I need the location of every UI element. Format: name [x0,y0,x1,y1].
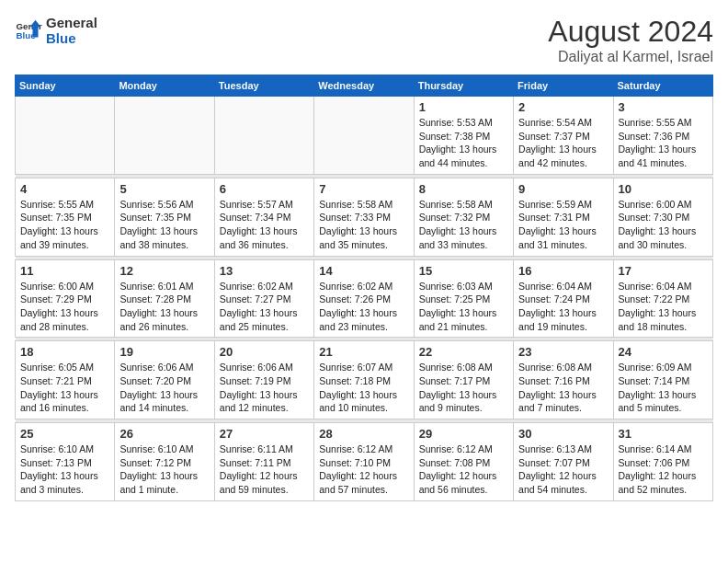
cell-content: Sunrise: 6:08 AM Sunset: 7:17 PM Dayligh… [419,361,508,415]
page-header: General Blue General Blue August 2024 Da… [15,15,713,65]
day-number: 27 [220,427,309,441]
calendar-week-3: 11Sunrise: 6:00 AM Sunset: 7:29 PM Dayli… [16,259,713,338]
day-number: 5 [119,182,209,196]
calendar-cell: 13Sunrise: 6:02 AM Sunset: 7:27 PM Dayli… [214,259,313,338]
day-header-monday: Monday [115,75,214,97]
calendar-cell: 2Sunrise: 5:54 AM Sunset: 7:37 PM Daylig… [514,97,613,175]
title-block: August 2024 Daliyat al Karmel, Israel [548,15,713,65]
cell-content: Sunrise: 6:00 AM Sunset: 7:29 PM Dayligh… [20,280,109,334]
day-number: 12 [119,264,209,278]
cell-content: Sunrise: 6:11 AM Sunset: 7:11 PM Dayligh… [220,442,309,497]
calendar-cell: 30Sunrise: 6:13 AM Sunset: 7:07 PM Dayli… [514,423,613,501]
calendar-cell: 16Sunrise: 6:04 AM Sunset: 7:24 PM Dayli… [514,259,613,338]
calendar-cell: 7Sunrise: 5:58 AM Sunset: 7:33 PM Daylig… [314,178,414,256]
cell-content: Sunrise: 6:05 AM Sunset: 7:21 PM Dayligh… [20,361,109,415]
month-year: August 2024 [548,15,713,49]
calendar-cell: 26Sunrise: 6:10 AM Sunset: 7:12 PM Dayli… [115,423,214,501]
calendar-cell: 14Sunrise: 6:02 AM Sunset: 7:26 PM Dayli… [314,259,414,338]
day-number: 28 [319,427,408,441]
day-number: 6 [220,182,309,196]
calendar-week-5: 25Sunrise: 6:10 AM Sunset: 7:13 PM Dayli… [16,423,713,501]
cell-content: Sunrise: 6:06 AM Sunset: 7:20 PM Dayligh… [119,361,209,415]
day-number: 19 [119,345,209,359]
calendar-cell [214,97,313,175]
day-header-wednesday: Wednesday [314,75,414,97]
calendar-cell: 28Sunrise: 6:12 AM Sunset: 7:10 PM Dayli… [314,423,414,501]
calendar-cell: 3Sunrise: 5:55 AM Sunset: 7:36 PM Daylig… [613,97,712,175]
cell-content: Sunrise: 6:14 AM Sunset: 7:06 PM Dayligh… [619,442,708,497]
calendar-header-row: SundayMondayTuesdayWednesdayThursdayFrid… [16,75,713,97]
cell-content: Sunrise: 6:13 AM Sunset: 7:07 PM Dayligh… [518,442,608,497]
cell-content: Sunrise: 6:00 AM Sunset: 7:30 PM Dayligh… [619,198,708,252]
cell-content: Sunrise: 6:12 AM Sunset: 7:10 PM Dayligh… [319,442,408,497]
calendar-cell: 27Sunrise: 6:11 AM Sunset: 7:11 PM Dayli… [214,423,313,501]
day-header-saturday: Saturday [613,75,712,97]
logo-icon: General Blue [15,17,42,44]
calendar-cell: 6Sunrise: 5:57 AM Sunset: 7:34 PM Daylig… [214,178,313,256]
cell-content: Sunrise: 6:01 AM Sunset: 7:28 PM Dayligh… [119,280,209,334]
cell-content: Sunrise: 5:59 AM Sunset: 7:31 PM Dayligh… [518,198,608,252]
calendar-cell: 29Sunrise: 6:12 AM Sunset: 7:08 PM Dayli… [414,423,513,501]
logo-line1: General [46,15,97,30]
calendar-week-4: 18Sunrise: 6:05 AM Sunset: 7:21 PM Dayli… [16,341,713,419]
calendar-cell: 18Sunrise: 6:05 AM Sunset: 7:21 PM Dayli… [16,341,115,419]
day-number: 22 [419,345,508,359]
calendar-cell: 21Sunrise: 6:07 AM Sunset: 7:18 PM Dayli… [314,341,414,419]
calendar-cell: 11Sunrise: 6:00 AM Sunset: 7:29 PM Dayli… [16,259,115,338]
day-number: 15 [419,264,508,278]
day-number: 11 [20,264,109,278]
cell-content: Sunrise: 6:12 AM Sunset: 7:08 PM Dayligh… [419,442,508,497]
calendar-cell: 23Sunrise: 6:08 AM Sunset: 7:16 PM Dayli… [514,341,613,419]
day-number: 4 [20,182,109,196]
day-number: 30 [518,427,608,441]
day-header-sunday: Sunday [16,75,115,97]
calendar-cell: 15Sunrise: 6:03 AM Sunset: 7:25 PM Dayli… [414,259,513,338]
cell-content: Sunrise: 6:02 AM Sunset: 7:26 PM Dayligh… [319,280,408,334]
cell-content: Sunrise: 6:10 AM Sunset: 7:12 PM Dayligh… [119,442,209,497]
day-number: 23 [518,345,608,359]
day-header-friday: Friday [514,75,613,97]
day-number: 21 [319,345,408,359]
cell-content: Sunrise: 5:57 AM Sunset: 7:34 PM Dayligh… [220,198,309,252]
calendar-cell: 22Sunrise: 6:08 AM Sunset: 7:17 PM Dayli… [414,341,513,419]
day-number: 14 [319,264,408,278]
day-number: 26 [119,427,209,441]
day-number: 24 [619,345,708,359]
cell-content: Sunrise: 5:58 AM Sunset: 7:32 PM Dayligh… [419,198,508,252]
cell-content: Sunrise: 5:56 AM Sunset: 7:35 PM Dayligh… [119,198,209,252]
cell-content: Sunrise: 6:07 AM Sunset: 7:18 PM Dayligh… [319,361,408,415]
calendar-cell [16,97,115,175]
day-number: 1 [419,100,508,114]
day-number: 20 [220,345,309,359]
day-number: 10 [619,182,708,196]
calendar-cell: 17Sunrise: 6:04 AM Sunset: 7:22 PM Dayli… [613,259,712,338]
calendar-cell: 5Sunrise: 5:56 AM Sunset: 7:35 PM Daylig… [115,178,214,256]
calendar-cell: 25Sunrise: 6:10 AM Sunset: 7:13 PM Dayli… [16,423,115,501]
cell-content: Sunrise: 5:53 AM Sunset: 7:38 PM Dayligh… [419,116,508,170]
day-number: 29 [419,427,508,441]
calendar-cell: 20Sunrise: 6:06 AM Sunset: 7:19 PM Dayli… [214,341,313,419]
day-number: 8 [419,182,508,196]
calendar-cell: 19Sunrise: 6:06 AM Sunset: 7:20 PM Dayli… [115,341,214,419]
cell-content: Sunrise: 6:08 AM Sunset: 7:16 PM Dayligh… [518,361,608,415]
day-number: 2 [518,100,608,114]
calendar-cell: 24Sunrise: 6:09 AM Sunset: 7:14 PM Dayli… [613,341,712,419]
calendar-week-1: 1Sunrise: 5:53 AM Sunset: 7:38 PM Daylig… [16,97,713,175]
calendar-cell [115,97,214,175]
day-header-tuesday: Tuesday [214,75,313,97]
calendar-table: SundayMondayTuesdayWednesdayThursdayFrid… [15,75,713,501]
day-number: 9 [518,182,608,196]
day-number: 25 [20,427,109,441]
calendar-cell: 12Sunrise: 6:01 AM Sunset: 7:28 PM Dayli… [115,259,214,338]
logo: General Blue General Blue [15,15,97,47]
calendar-cell [314,97,414,175]
cell-content: Sunrise: 6:04 AM Sunset: 7:22 PM Dayligh… [619,280,708,334]
cell-content: Sunrise: 6:04 AM Sunset: 7:24 PM Dayligh… [518,280,608,334]
cell-content: Sunrise: 6:06 AM Sunset: 7:19 PM Dayligh… [220,361,309,415]
calendar-cell: 9Sunrise: 5:59 AM Sunset: 7:31 PM Daylig… [514,178,613,256]
calendar-week-2: 4Sunrise: 5:55 AM Sunset: 7:35 PM Daylig… [16,178,713,256]
cell-content: Sunrise: 6:02 AM Sunset: 7:27 PM Dayligh… [220,280,309,334]
cell-content: Sunrise: 5:55 AM Sunset: 7:36 PM Dayligh… [619,116,708,170]
cell-content: Sunrise: 5:54 AM Sunset: 7:37 PM Dayligh… [518,116,608,170]
day-header-thursday: Thursday [414,75,513,97]
